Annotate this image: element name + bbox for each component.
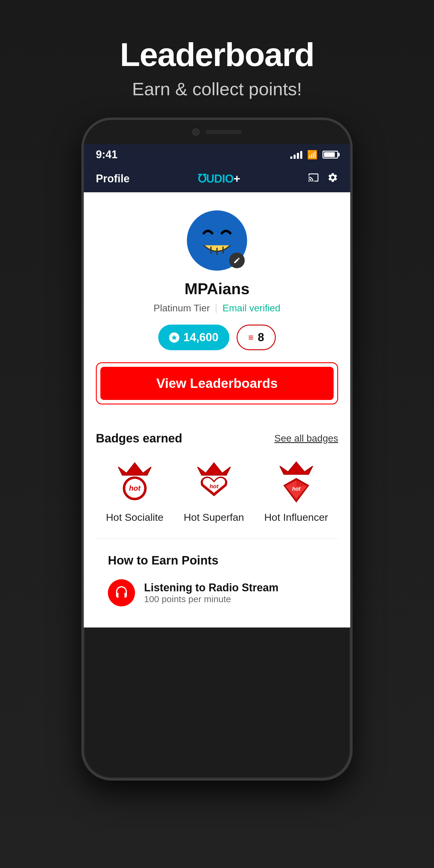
- page-subtitle: Earn & collect points!: [120, 79, 314, 99]
- profile-username: MPAians: [184, 280, 250, 298]
- hot-superfan-icon: hot: [191, 457, 237, 505]
- app-logo: ℧UDIO+: [198, 172, 240, 185]
- badge-label-influencer: Hot Influencer: [264, 512, 328, 523]
- tier-divider: [216, 304, 216, 313]
- hot-influencer-icon: hot: [274, 457, 319, 505]
- points-badge: 14,600: [158, 324, 229, 350]
- badges-title: Badges earned: [96, 432, 182, 445]
- badge-item-superfan: hot Hot Superfan: [184, 457, 244, 523]
- svg-marker-4: [171, 335, 177, 340]
- earn-title: How to Earn Points: [108, 554, 326, 567]
- stats-row: 14,600 ≡ 8: [158, 324, 276, 350]
- leaderboard-btn-label: View Leaderboards: [156, 376, 278, 391]
- leaderboard-btn-container: View Leaderboards: [96, 362, 338, 404]
- status-bar: 9:41 📶: [84, 144, 350, 165]
- phone-content: MPAians Platinum Tier Email verified: [84, 192, 350, 627]
- phone-container: 9:41 📶: [82, 118, 352, 781]
- points-icon: [169, 333, 179, 343]
- phone-frame: 9:41 📶: [82, 118, 352, 781]
- signal-icon: [290, 150, 302, 159]
- earn-item-radio: Listening to Radio Stream 100 points per…: [108, 579, 326, 607]
- badge-label-socialite: Hot Socialite: [106, 512, 164, 523]
- points-value: 14,600: [184, 331, 218, 344]
- camera: [192, 128, 199, 135]
- page-title: Leaderboard: [120, 36, 314, 73]
- profile-section: MPAians Platinum Tier Email verified: [84, 192, 350, 432]
- tickets-icon: ≡: [248, 333, 254, 343]
- profile-tier-row: Platinum Tier Email verified: [154, 303, 281, 314]
- status-time: 9:41: [96, 148, 118, 161]
- badge-label-superfan: Hot Superfan: [184, 512, 244, 523]
- hot-socialite-icon: hot: [112, 457, 157, 505]
- volume-button: [350, 301, 352, 325]
- status-icons: 📶: [290, 150, 338, 160]
- tickets-badge: ≡ 8: [237, 324, 276, 350]
- speaker: [206, 130, 242, 134]
- email-verified: Email verified: [222, 303, 280, 314]
- view-leaderboards-button[interactable]: View Leaderboards: [100, 367, 334, 400]
- avatar-container: [187, 210, 247, 271]
- svg-text:hot: hot: [292, 486, 301, 492]
- badges-header: Badges earned See all badges: [96, 432, 338, 445]
- battery-icon: [322, 151, 338, 158]
- navbar-icons: [308, 172, 338, 185]
- tier-text: Platinum Tier: [154, 303, 210, 314]
- badge-item-socialite: hot Hot Socialite: [106, 457, 164, 523]
- wifi-icon: 📶: [307, 150, 318, 160]
- avatar-edit-button[interactable]: [229, 253, 245, 268]
- phone-notch: [84, 120, 350, 144]
- badge-item-influencer: hot Hot Influencer: [264, 457, 328, 523]
- section-divider: [96, 538, 338, 538]
- earn-item-desc-radio: 100 points per minute: [144, 594, 278, 604]
- badges-grid: hot Hot Socialite: [96, 457, 338, 523]
- radio-earn-icon: [108, 579, 135, 607]
- badges-section: Badges earned See all badges: [84, 432, 350, 627]
- svg-text:hot: hot: [210, 483, 218, 490]
- see-all-badges-link[interactable]: See all badges: [274, 433, 338, 444]
- earn-item-title-radio: Listening to Radio Stream: [144, 581, 278, 594]
- cast-icon[interactable]: [308, 172, 319, 185]
- page-header: Leaderboard Earn & collect points!: [120, 0, 314, 118]
- navbar-profile-label: Profile: [96, 173, 130, 185]
- svg-text:hot: hot: [129, 484, 141, 492]
- earn-points-section: How to Earn Points Listening to Radio St…: [96, 554, 338, 607]
- settings-icon[interactable]: [327, 172, 338, 185]
- app-navbar: Profile ℧UDIO+: [84, 165, 350, 192]
- earn-info-radio: Listening to Radio Stream 100 points per…: [144, 581, 278, 604]
- tickets-value: 8: [258, 331, 264, 344]
